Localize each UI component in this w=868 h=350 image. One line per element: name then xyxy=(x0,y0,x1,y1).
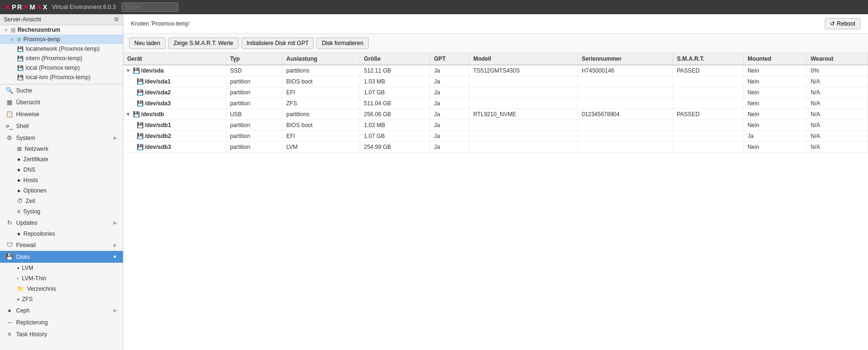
tree-item-local[interactable]: 💾 local (Proxmox-temp) xyxy=(0,63,123,73)
updates-label: Updates xyxy=(16,220,37,226)
cell-device: ▼💾/dev/sdb xyxy=(123,109,226,120)
optionen-label: Optionen xyxy=(23,187,47,194)
content-area: Knoten 'Proxmox-temp' ↺ Reboot Neu laden… xyxy=(123,14,868,350)
cell-device: ▼💾/dev/sda xyxy=(123,65,226,76)
cell-usage: partitions xyxy=(282,65,360,76)
nav-item-hosts[interactable]: ● Hosts xyxy=(11,175,123,185)
partition-icon: 💾 xyxy=(137,100,144,107)
nav-item-system[interactable]: ⚙ System ▶ xyxy=(0,132,123,144)
nav-item-disks[interactable]: 💾 Disks ▼ xyxy=(0,251,123,263)
sidebar-header: Server-Ansicht ⚙ xyxy=(0,14,123,25)
cell-model xyxy=(469,142,578,153)
col-geraet: Gerät xyxy=(123,53,226,65)
shell-icon: >_ xyxy=(6,122,13,129)
logo-text: PR✕M✕X xyxy=(12,3,48,11)
col-seriennummer: Seriennummer xyxy=(578,53,673,65)
smart-button[interactable]: Zeige S.M.A.R.T. Werte xyxy=(168,37,239,49)
tree-item-localnetwork[interactable]: 💾 localnetwork (Proxmox-temp) xyxy=(0,44,123,54)
partition-icon: 💾 xyxy=(137,89,144,96)
cell-device: 💾/dev/sda3 xyxy=(123,98,226,109)
cell-serial: H745000146 xyxy=(578,65,673,76)
nav-item-shell[interactable]: >_ Shell xyxy=(0,120,123,132)
storage-icon: 💾 xyxy=(17,55,24,62)
ceph-icon: ● xyxy=(6,307,13,314)
netzwerk-label: Netzwerk xyxy=(25,146,48,152)
disk-table-body: ▼💾/dev/sda SSD partitions 512.11 GB Ja T… xyxy=(123,65,868,153)
cell-device: 💾/dev/sdb1 xyxy=(123,120,226,131)
cell-wearout: N/A xyxy=(807,98,868,109)
nav-item-optionen[interactable]: ● Optionen xyxy=(11,185,123,196)
cell-size: 1.03 MB xyxy=(360,76,430,87)
nav-item-zeit[interactable]: ⏱ Zeit xyxy=(11,196,123,206)
nav-item-netzwerk[interactable]: ⊞ Netzwerk xyxy=(11,144,123,154)
table-row[interactable]: ▼💾/dev/sdb USB partitions 256.06 GB Ja R… xyxy=(123,109,868,120)
nav-item-zertifikate[interactable]: ● Zertifikate xyxy=(11,154,123,165)
table-row[interactable]: 💾/dev/sdb1 partition BIOS boot 1.03 MB J… xyxy=(123,120,868,131)
system-label: System xyxy=(16,135,35,141)
cell-mounted: Nein xyxy=(744,109,807,120)
cell-size: 254.99 GB xyxy=(360,142,430,153)
table-row[interactable]: 💾/dev/sda3 partition ZFS 511.04 GB Ja Ne… xyxy=(123,98,868,109)
nav-item-ceph[interactable]: ● Ceph ▶ xyxy=(0,304,123,316)
content-header: Knoten 'Proxmox-temp' ↺ Reboot xyxy=(123,14,868,34)
tree-item-proxmox-temp[interactable]: ▼ 🖥 Proxmox-temp xyxy=(0,35,123,44)
table-row[interactable]: 💾/dev/sda1 partition BIOS boot 1.03 MB J… xyxy=(123,76,868,87)
init-gpt-button[interactable]: Initialisiere Disk mit GPT xyxy=(242,37,314,49)
cell-wearout: N/A xyxy=(807,76,868,87)
cell-wearout: N/A xyxy=(807,87,868,98)
cell-type: partition xyxy=(226,131,282,142)
cell-device: 💾/dev/sda2 xyxy=(123,87,226,98)
nav-item-hinweise[interactable]: 📋 Hinweise xyxy=(0,108,123,120)
tree-item-intern[interactable]: 💾 intern (Proxmox-temp) xyxy=(0,54,123,63)
cell-wearout: 0% xyxy=(807,65,868,76)
lvm-thin-label: LVM-Thin xyxy=(22,275,46,282)
search-input[interactable] xyxy=(121,2,178,12)
cell-gpt: Ja xyxy=(430,98,469,109)
reboot-button[interactable]: ↺ Reboot xyxy=(825,18,860,29)
nav-item-zfs[interactable]: ▪ ZFS xyxy=(11,294,123,304)
nav-item-verzeichnis[interactable]: 📁 Verzeichnis xyxy=(11,284,123,294)
format-disk-button[interactable]: Disk formatieren xyxy=(317,37,368,49)
cell-usage: ZFS xyxy=(282,98,360,109)
nav-item-repositories[interactable]: ● Repositories xyxy=(11,229,123,239)
nav-item-dns[interactable]: ● DNS xyxy=(11,165,123,175)
cell-serial xyxy=(578,98,673,109)
cell-mounted: Nein xyxy=(744,87,807,98)
reload-button[interactable]: Neu laden xyxy=(129,37,166,49)
shell-label: Shell xyxy=(16,123,29,129)
nav-item-task-history[interactable]: ≡ Task History xyxy=(0,328,123,340)
nav-item-uebersicht[interactable]: ▦ Übersicht xyxy=(0,96,123,108)
disks-chevron: ▼ xyxy=(112,254,117,259)
tree-item-local-lvm[interactable]: 💾 local-lvm (Proxmox-temp) xyxy=(0,73,123,82)
partition-icon: 💾 xyxy=(137,122,144,129)
col-wearout: Wearout xyxy=(807,53,868,65)
partition-icon: 💾 xyxy=(137,144,144,150)
cell-mounted: Nein xyxy=(744,76,807,87)
cell-mounted: Nein xyxy=(744,65,807,76)
table-row[interactable]: 💾/dev/sdb2 partition EFI 1.07 GB Ja Ja N… xyxy=(123,131,868,142)
sidebar: Server-Ansicht ⚙ ▼ ▦ Rechenzentrum ▼ 🖥 P… xyxy=(0,14,123,350)
cell-mounted: Nein xyxy=(744,120,807,131)
nav-item-firewall[interactable]: 🛡 Firewall ▶ xyxy=(0,239,123,251)
network-icon: ⊞ xyxy=(17,146,22,152)
sidebar-gear-icon[interactable]: ⚙ xyxy=(114,16,119,23)
local-lvm-label: local-lvm (Proxmox-temp) xyxy=(26,74,91,81)
ceph-chevron: ▶ xyxy=(113,308,117,313)
nav-item-updates[interactable]: ↻ Updates ▶ xyxy=(0,217,123,229)
nav-item-replizierung[interactable]: ↔ Replizierung xyxy=(0,316,123,328)
table-row[interactable]: 💾/dev/sda2 partition EFI 1.07 GB Ja Nein… xyxy=(123,87,868,98)
disks-table-wrapper: Gerät Typ Auslastung Größe GPT Modell Se… xyxy=(123,53,868,350)
nav-item-lvm[interactable]: ▪ LVM xyxy=(11,263,123,273)
table-row[interactable]: ▼💾/dev/sda SSD partitions 512.11 GB Ja T… xyxy=(123,65,868,76)
cell-wearout: N/A xyxy=(807,120,868,131)
firewall-label: Firewall xyxy=(16,242,36,249)
nav-sub-disks: ▪ LVM ▫ LVM-Thin 📁 Verzeichnis ▪ ZFS xyxy=(0,263,123,304)
table-row[interactable]: 💾/dev/sdb3 partition LVM 254.99 GB Ja Ne… xyxy=(123,142,868,153)
nav-item-syslog[interactable]: ≡ Syslog xyxy=(11,206,123,217)
tree-item-rechenzentrum[interactable]: ▼ ▦ Rechenzentrum xyxy=(0,25,123,35)
datacenter-icon: ▦ xyxy=(10,27,16,33)
nav-item-lvm-thin[interactable]: ▫ LVM-Thin xyxy=(11,273,123,284)
cell-serial xyxy=(578,142,673,153)
proxmox-temp-label: Proxmox-temp xyxy=(23,36,60,43)
nav-item-suche[interactable]: 🔍 Suche xyxy=(0,84,123,96)
